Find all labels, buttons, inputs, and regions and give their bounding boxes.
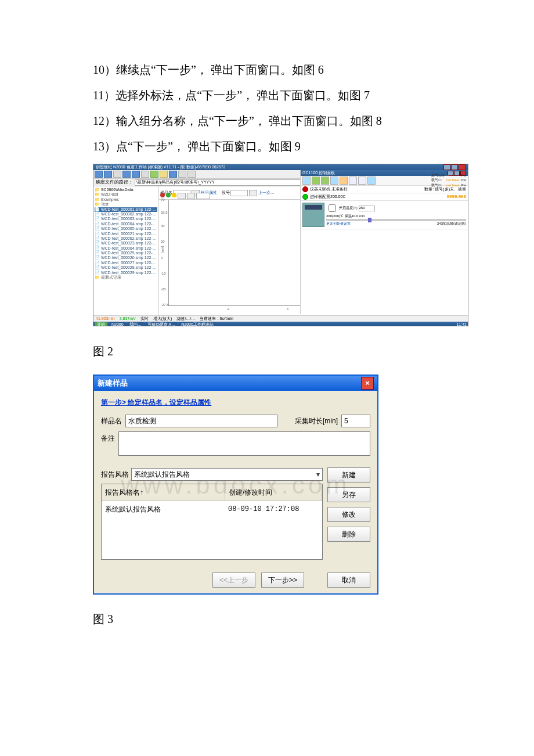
taskbar-task[interactable]: 我的… [128,322,143,326]
list-col-name[interactable]: 报告风格名↑ [102,484,225,501]
report-style-list[interactable]: 报告风格名↑ 创建/修改时间 系统默认报告风格 08-09-10 17:27:0… [101,484,323,560]
instrument-plot [301,229,468,326]
tree-file[interactable]: WCD-test_000002.smp 122-12-04 10:3 [95,212,157,217]
chart-btn[interactable] [249,190,257,196]
toolbar-icon[interactable] [330,177,338,185]
zoom-combo[interactable] [196,193,210,199]
list-col-time[interactable]: 创建/修改时间 [225,484,322,501]
tree-file[interactable]: WCD-test_000021.smp 122-12-04 10:2 [95,232,157,236]
taskbar-task[interactable]: 可移动硬盘 A… [146,322,178,326]
seq-combo[interactable] [230,190,248,196]
toolbar-icon[interactable] [141,171,149,178]
list-item[interactable]: 系统默认报告风格 08-09-10 17:27:08 [102,501,322,517]
tree-file[interactable]: WCD-test_000003.smp 122-12-04 10:5 [95,217,157,221]
tree-file[interactable]: WCD-test_000001.smp 122-12-04 10:2 [95,207,157,212]
close-button[interactable] [459,164,466,170]
toolbar-icon[interactable] [95,171,103,178]
file-tree[interactable]: SC2000\AhaData WZD-test Examples Test WC… [93,186,159,315]
temp-slider[interactable] [326,219,466,221]
checkbox[interactable] [329,204,336,212]
dot-green-icon[interactable] [166,193,171,197]
tree-file[interactable]: WCD-test_000027.smp 122-12-04 10:3 [95,261,157,265]
collect-time-input[interactable] [341,415,370,427]
ytick: 20 [161,240,165,244]
chart-btn[interactable] [187,193,195,199]
dot-red-icon[interactable] [160,193,165,197]
sample-name-label: 样品名 [101,414,122,428]
maximize-button[interactable] [451,164,458,170]
toolbar-icon[interactable] [358,177,366,185]
saveas-button[interactable]: 另存 [327,487,370,502]
toolbar-icon[interactable] [113,171,121,178]
paragraph-10: 10）继续点“下一步”， 弹出下面窗口。如图 6 [93,58,441,81]
toolbar-icon[interactable] [150,171,158,178]
toolbar-icon[interactable] [340,177,348,185]
tree-file[interactable]: WCD-test_000004.smp 122-12-04 10:2 [95,222,157,226]
collect-time-label: 采集时长[min] [295,414,338,428]
tree-folder[interactable]: 最新式记录 [95,275,157,280]
chart-link-last[interactable]: 上一次… [258,190,275,195]
modify-button[interactable]: 修改 [327,507,370,522]
new-button[interactable]: 新建 [327,467,370,483]
inst-label: 进样器配置200.00C [310,195,345,199]
dot-yellow-icon[interactable] [172,193,176,197]
toolbar-icon[interactable] [169,171,177,178]
tree-file[interactable]: WCD-test_000002.smp 122-12-04 10:3 [95,236,157,241]
taskbar-task[interactable]: N2000工作标准站 [179,322,215,326]
tree-folder[interactable]: Examples [95,197,157,202]
taskbar-task[interactable]: N2000 [110,322,125,326]
status-row1: 数量: 信号(多)未…被量 [424,187,466,192]
more-link[interactable]: 更多初始值设置 [326,222,351,226]
report-style-label: 报告风格 [101,467,129,481]
readout-key: 载气C: [431,178,444,182]
xtick: 4 [287,307,288,311]
tree-file[interactable]: WCD-test_000025.smp 122-12-04 10:3 [95,251,157,255]
readout-val: not have [446,178,460,182]
tree-file[interactable]: WCD-test_000005.smp 122-12-04 10:3 [95,226,157,231]
cancel-button[interactable]: 取消 [327,573,370,588]
delete-button[interactable]: 删除 [327,527,370,542]
tree-folder[interactable]: WZD-test [95,192,157,197]
toolbar-icon[interactable] [321,177,329,185]
temp-box[interactable]: 250 [359,206,375,211]
memo-label: 备注 [101,431,115,445]
tree-folder[interactable]: Test [95,202,157,207]
toolbar-icon[interactable] [302,177,311,185]
tree-file[interactable]: WCD-test_000004.smp 122-12-04 10:2 [95,246,157,251]
status-time: 41.933min [96,316,115,321]
minimize-button[interactable] [443,164,450,170]
paragraph-12: 12）输入组分名称，点“下一步”， 弹出下面窗口。如图 8 [93,109,441,132]
step-link[interactable]: 第一步> 给定样品名，设定样品属性 [101,395,211,409]
tree-file[interactable]: WCD-test_000023.smp 122-12-04 10:5 [95,241,157,246]
toolbar-icon[interactable] [349,177,357,185]
status-value: 3.837mV [120,316,136,321]
field-label: 开启温度(T) [339,206,358,210]
tree-root[interactable]: SC2000\AhaData [95,188,157,192]
signal-row: 进样器配置200.00C 9999.998 [301,193,468,201]
toolbar-icon[interactable] [160,171,168,178]
toolbar-icon[interactable] [312,177,320,185]
tree-file[interactable]: WCD-test_000029.smp 122-12-04 10:2 [95,271,157,275]
toolbar-icon[interactable] [122,171,131,178]
memo-textarea[interactable] [118,431,370,456]
start-button[interactable]: 开始 [95,322,107,326]
close-icon[interactable]: × [361,377,374,390]
prev-button[interactable]: <<上一步 [212,573,255,588]
toolbar-icon[interactable] [367,177,376,185]
list-item-name: 系统默认报告风格 [102,501,225,517]
new-sample-dialog: 新建样品 × 第一步> 给定样品名，设定样品属性 样品名 采集时长[min] 备… [93,375,378,595]
report-style-combo[interactable]: 系统默认报告风格 [131,468,323,481]
report-style-value: 系统默认报告风格 [134,467,190,481]
toolbar-icon[interactable] [132,171,140,178]
tree-file[interactable]: WCD-test_000028.smp 122-12-04 10:5 [95,265,157,270]
sample-name-input[interactable] [125,415,277,427]
tree-file[interactable]: WCD-test_000026.smp 122-12-04 10:2 [95,255,157,260]
toolbar-icon[interactable] [187,171,196,178]
ytick: 70 [161,198,165,202]
toolbar-icon[interactable] [178,171,186,178]
next-button[interactable]: 下一步>> [261,573,304,588]
big-signal: 9999.998 [447,194,466,200]
toolbar-icon[interactable] [104,171,112,178]
chart-btn[interactable] [178,193,186,199]
readout-key: 蒸气(oz) [431,174,444,178]
